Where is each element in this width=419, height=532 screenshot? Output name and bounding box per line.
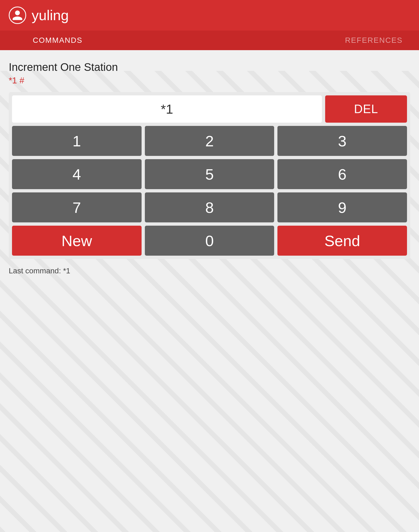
new-button[interactable]: New — [12, 226, 142, 256]
button-0[interactable]: 0 — [145, 226, 274, 256]
send-button[interactable]: Send — [277, 226, 407, 256]
main-content: Increment One Station *1 # *1 DEL 1 2 3 … — [0, 50, 419, 284]
button-5[interactable]: 5 — [145, 159, 274, 189]
button-9[interactable]: 9 — [277, 192, 407, 222]
app-title: yuling — [32, 7, 69, 23]
keypad-container: *1 DEL 1 2 3 4 5 6 7 8 9 New 0 Send — [9, 92, 410, 259]
numpad-grid: 1 2 3 4 5 6 7 8 9 New 0 Send — [12, 126, 407, 256]
tab-commands[interactable]: COMMANDS — [0, 31, 115, 50]
button-4[interactable]: 4 — [12, 159, 142, 189]
command-subtitle: *1 # — [9, 75, 410, 86]
display-field: *1 — [12, 95, 322, 123]
button-7[interactable]: 7 — [12, 192, 142, 222]
button-2[interactable]: 2 — [145, 126, 274, 156]
tab-references[interactable]: REFERENCES — [329, 31, 419, 50]
display-row: *1 DEL — [12, 95, 407, 123]
avatar — [9, 7, 26, 24]
button-3[interactable]: 3 — [277, 126, 407, 156]
command-title: Increment One Station — [9, 61, 410, 73]
button-6[interactable]: 6 — [277, 159, 407, 189]
nav-tabs: COMMANDS REFERENCES — [0, 31, 419, 50]
button-8[interactable]: 8 — [145, 192, 274, 222]
last-command-status: Last command: *1 — [9, 267, 410, 275]
button-1[interactable]: 1 — [12, 126, 142, 156]
header: yuling — [0, 0, 419, 31]
user-icon — [11, 9, 23, 21]
del-button[interactable]: DEL — [325, 95, 407, 123]
